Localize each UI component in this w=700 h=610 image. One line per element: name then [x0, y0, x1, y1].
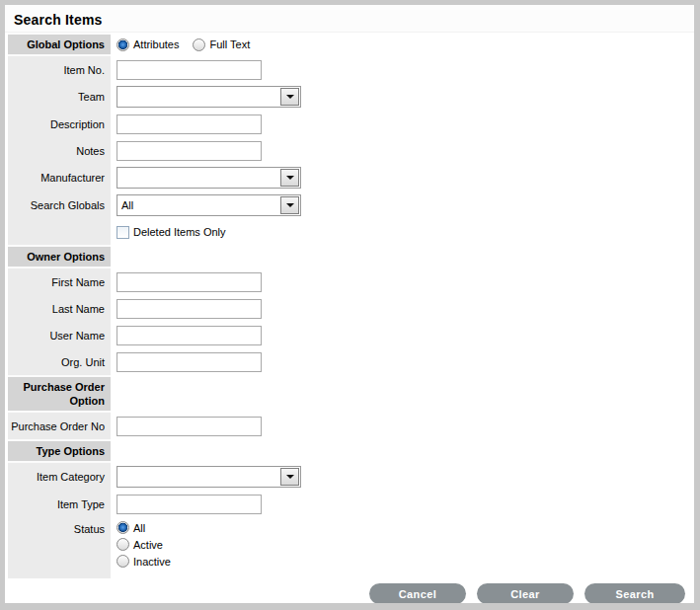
search-button[interactable]: Search — [584, 583, 685, 603]
search-form: Global Options Attributes Full Text — [8, 33, 694, 578]
cancel-button[interactable]: Cancel — [369, 583, 466, 603]
search-globals-label: Search Globals — [8, 191, 111, 219]
status-active-radio[interactable] — [117, 538, 129, 551]
item-category-label: Item Category — [8, 463, 111, 491]
description-label: Description — [8, 111, 111, 137]
chevron-down-icon — [286, 95, 294, 99]
search-items-panel: Search Items Global Options Attributes F… — [5, 5, 694, 603]
user-name-input[interactable] — [117, 326, 262, 345]
item-category-dropdown-arrow-button[interactable] — [280, 468, 299, 486]
manufacturer-label: Manufacturer — [8, 164, 111, 191]
team-label: Team — [8, 83, 111, 111]
chevron-down-icon — [286, 176, 294, 180]
search-globals-dropdown[interactable]: All — [117, 194, 301, 216]
attributes-radio[interactable] — [117, 38, 129, 51]
search-globals-dropdown-arrow-button[interactable] — [280, 196, 299, 214]
chevron-down-icon — [286, 475, 294, 479]
deleted-items-only-checkbox[interactable] — [117, 226, 129, 239]
status-inactive-radio[interactable] — [117, 555, 129, 568]
notes-input[interactable] — [117, 141, 262, 161]
manufacturer-dropdown-value — [117, 168, 279, 188]
purchase-order-no-label: Purchase Order No — [8, 413, 111, 439]
last-name-label: Last Name — [8, 295, 111, 322]
item-category-dropdown-value — [117, 467, 279, 487]
item-no-input[interactable] — [117, 60, 262, 80]
status-active-label: Active — [133, 539, 163, 551]
section-header-type-options: Type Options — [8, 439, 111, 463]
section-header-global-options: Global Options — [8, 33, 111, 56]
empty-label-cell — [8, 219, 111, 245]
item-type-input[interactable] — [117, 495, 262, 514]
team-dropdown-value — [117, 87, 279, 107]
status-all-radio[interactable] — [117, 521, 129, 534]
team-dropdown[interactable] — [117, 86, 301, 108]
manufacturer-dropdown-arrow-button[interactable] — [280, 169, 299, 187]
first-name-label: First Name — [8, 268, 111, 295]
status-radio-group: All Active Inactive — [117, 521, 171, 568]
full-text-radio-label: Full Text — [209, 38, 250, 50]
item-no-label: Item No. — [8, 56, 111, 83]
search-mode-radio-group: Attributes Full Text — [117, 38, 250, 51]
clear-button[interactable]: Clear — [477, 583, 574, 603]
full-text-radio[interactable] — [193, 38, 205, 51]
first-name-input[interactable] — [117, 272, 262, 292]
section-global-options: Global Options Attributes Full Text — [8, 33, 694, 56]
org-unit-label: Org. Unit — [8, 348, 111, 375]
team-dropdown-arrow-button[interactable] — [280, 88, 299, 106]
item-category-dropdown[interactable] — [117, 466, 301, 488]
footer-button-bar: Cancel Clear Search — [5, 578, 694, 603]
attributes-radio-label: Attributes — [133, 38, 179, 50]
status-label: Status — [8, 517, 111, 578]
notes-label: Notes — [8, 137, 111, 164]
user-name-label: User Name — [8, 322, 111, 348]
search-globals-dropdown-value: All — [117, 195, 279, 215]
description-input[interactable] — [117, 114, 262, 134]
status-inactive-label: Inactive — [133, 556, 171, 568]
org-unit-input[interactable] — [117, 352, 262, 372]
section-header-purchase-order-option: Purchase Order Option — [8, 375, 111, 413]
status-all-label: All — [133, 522, 145, 534]
purchase-order-no-input[interactable] — [117, 417, 262, 436]
item-type-label: Item Type — [8, 491, 111, 517]
window-frame: Search Items Global Options Attributes F… — [0, 0, 700, 610]
page-title: Search Items — [14, 12, 103, 28]
last-name-input[interactable] — [117, 299, 262, 319]
chevron-down-icon — [286, 203, 294, 207]
title-bar: Search Items — [5, 5, 694, 33]
section-header-owner-options: Owner Options — [8, 245, 111, 268]
deleted-items-only-label: Deleted Items Only — [133, 226, 226, 238]
manufacturer-dropdown[interactable] — [117, 167, 301, 189]
